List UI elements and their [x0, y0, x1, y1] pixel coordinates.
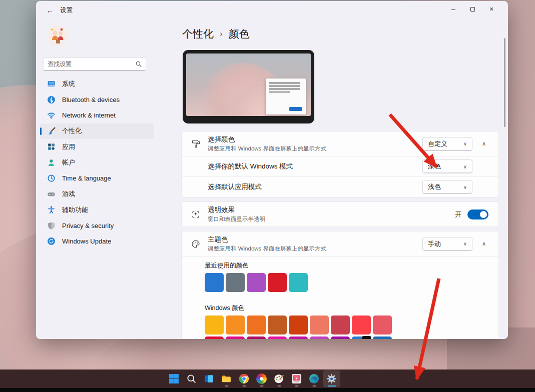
recent-colors-label: 最近使用的颜色: [205, 262, 490, 270]
taskbar-paint-palette-button[interactable]: [270, 370, 288, 387]
sidebar-item-label: 个性化: [62, 126, 82, 136]
sidebar-item-apps[interactable]: 应用: [40, 139, 154, 155]
running-indicator: [312, 386, 316, 387]
search-input[interactable]: [48, 60, 136, 68]
accessibility-icon: [47, 206, 56, 214]
color-swatch[interactable]: [310, 316, 329, 334]
sidebar-item-network[interactable]: Network & internet: [40, 108, 154, 124]
settings-gear-icon: [326, 374, 337, 384]
color-swatch[interactable]: [205, 273, 224, 292]
choose-color-title: 选择颜色: [208, 135, 422, 144]
app-mode-dropdown[interactable]: 浅色 ∨: [422, 180, 472, 194]
preview-sample-window: [266, 78, 306, 114]
collapse-button[interactable]: ∧: [476, 137, 491, 151]
app-mode-row: 选择默认应用模式 浅色 ∨: [182, 176, 498, 197]
sidebar-item-accessibility[interactable]: 辅助功能: [40, 202, 154, 218]
taskbar-icons: ¥: [165, 370, 340, 387]
system-icon: [47, 80, 56, 88]
sidebar-item-bluetooth[interactable]: Bluetooth & devices: [40, 92, 154, 108]
sidebar-item-time-language[interactable]: Time & language: [40, 170, 154, 186]
collapse-button[interactable]: ∧: [476, 237, 491, 251]
color-swatch[interactable]: [352, 316, 371, 334]
apps-icon: [47, 142, 56, 151]
running-indicator: [225, 386, 228, 387]
color-swatch[interactable]: [310, 336, 329, 339]
color-swatch[interactable]: [226, 316, 245, 334]
taskbar-edge-button[interactable]: [305, 370, 323, 387]
color-swatch[interactable]: [268, 273, 287, 292]
windows-colors-label: Windows 颜色: [205, 304, 490, 312]
sidebar-item-accounts[interactable]: 帐户: [40, 155, 154, 171]
chevron-down-icon: ∨: [463, 141, 467, 146]
sidebar-item-windows-update[interactable]: Windows Update: [40, 234, 154, 250]
color-swatch[interactable]: ✓: [352, 336, 371, 339]
accounts-icon: [47, 158, 56, 167]
windows-mode-dropdown[interactable]: 深色 ∨: [422, 160, 472, 174]
privacy-icon: [47, 222, 56, 230]
chevron-down-icon: ∨: [463, 241, 467, 246]
sidebar-item-label: 系统: [62, 80, 75, 88]
sidebar-item-personalization[interactable]: 个性化: [40, 124, 154, 140]
color-swatch[interactable]: [268, 316, 287, 334]
color-swatch[interactable]: [247, 336, 266, 339]
color-swatch[interactable]: [331, 336, 350, 339]
taskbar-file-explorer-button[interactable]: [218, 370, 235, 387]
chevron-down-icon: ∨: [463, 164, 467, 170]
maximize-button[interactable]: [463, 1, 482, 17]
sidebar-item-label: 应用: [62, 142, 75, 152]
taskbar-search-button[interactable]: [183, 370, 200, 387]
transparency-toggle[interactable]: [467, 210, 488, 220]
color-swatch[interactable]: [289, 336, 308, 339]
color-swatch[interactable]: [247, 316, 266, 334]
color-swatch[interactable]: [289, 273, 308, 292]
choose-color-dropdown[interactable]: 自定义 ∨: [422, 137, 472, 151]
color-swatch[interactable]: [331, 316, 350, 334]
sidebar-item-label: Bluetooth & devices: [62, 96, 120, 104]
color-swatch[interactable]: [289, 316, 308, 334]
color-swatch[interactable]: [205, 316, 224, 334]
color-swatch[interactable]: [226, 336, 245, 339]
running-indicator: [242, 386, 246, 387]
gaming-icon: [47, 190, 56, 198]
windows-mode-row: 选择你的默认 Windows 模式 深色 ∨: [182, 156, 498, 176]
color-swatch[interactable]: [373, 316, 392, 334]
transparency-card: 透明效果 窗口和表面显示半透明 开: [181, 202, 499, 227]
taskbar-chrome-button[interactable]: [235, 370, 253, 387]
breadcrumb-parent[interactable]: 个性化: [182, 27, 214, 41]
personalization-icon: [47, 127, 56, 136]
close-button[interactable]: ×: [482, 1, 501, 17]
user-avatar[interactable]: [47, 25, 68, 46]
taskbar-settings-gear-button[interactable]: [323, 370, 340, 387]
accent-mode-dropdown[interactable]: 手动 ∨: [422, 237, 472, 251]
sidebar-item-label: 帐户: [62, 158, 75, 167]
settings-search[interactable]: [43, 58, 146, 70]
sidebar-item-label: 游戏: [62, 190, 75, 198]
color-swatch[interactable]: [373, 336, 392, 339]
sidebar-nav: 系统Bluetooth & devicesNetwork & internet个…: [40, 76, 154, 250]
accent-color-row[interactable]: 主题色 调整应用和 Windows 界面在屏幕上的显示方式 手动 ∨ ∧: [182, 232, 498, 256]
breadcrumb-current: 颜色: [229, 27, 250, 41]
yuan-pay-icon: ¥: [291, 374, 302, 384]
sidebar-item-system[interactable]: 系统: [40, 76, 154, 92]
sidebar-item-gaming[interactable]: 游戏: [40, 186, 154, 202]
color-swatch[interactable]: [226, 273, 245, 292]
minimize-button[interactable]: –: [444, 1, 463, 17]
back-button[interactable]: ←: [44, 6, 56, 14]
color-swatch[interactable]: [205, 336, 224, 339]
taskbar-yuan-pay-button[interactable]: ¥: [288, 370, 305, 387]
transparency-icon: [191, 210, 201, 220]
accent-color-title: 主题色: [208, 235, 422, 244]
scrollbar-thumb[interactable]: [504, 38, 505, 127]
choose-color-row[interactable]: 选择颜色 调整应用和 Windows 界面在屏幕上的显示方式 自定义 ∨ ∧: [182, 132, 498, 156]
title-bar[interactable]: ← 设置 – ×: [36, 1, 508, 19]
taskbar-start-button[interactable]: [165, 370, 183, 387]
taskbar-browser-pinwheel-button[interactable]: [253, 370, 270, 387]
color-swatch[interactable]: [268, 336, 287, 339]
sidebar-item-label: 辅助功能: [62, 206, 88, 214]
sidebar-item-privacy[interactable]: Privacy & security: [40, 218, 154, 234]
color-swatch[interactable]: [247, 273, 266, 292]
taskbar-task-view-button[interactable]: [200, 370, 218, 387]
windows-colors-row1: [205, 316, 490, 334]
screen-edge: [0, 388, 535, 392]
windows-update-icon: [47, 237, 56, 246]
